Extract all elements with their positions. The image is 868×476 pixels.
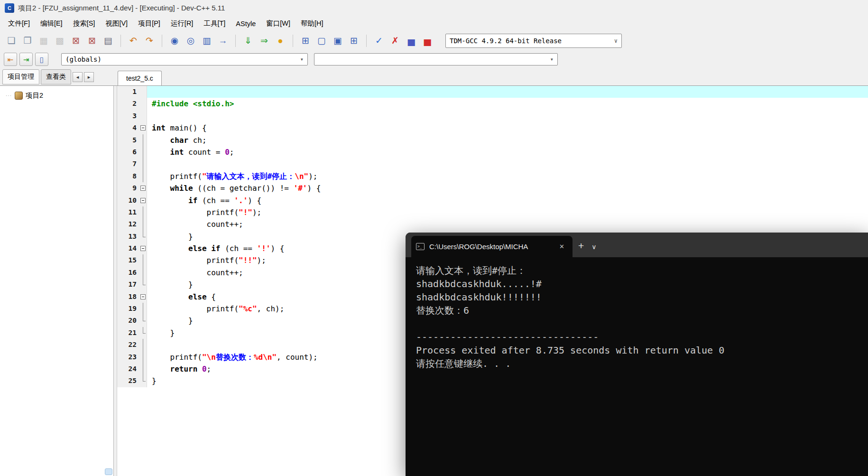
- line-number[interactable]: 16: [117, 267, 139, 279]
- editor-tab-test2_5[interactable]: test2_5.c: [118, 71, 162, 85]
- menu-item[interactable]: 帮助[H]: [295, 17, 329, 30]
- code-text[interactable]: while ((ch = getchar()) != '#') {: [147, 182, 868, 194]
- line-number[interactable]: 25: [117, 375, 139, 387]
- code-text[interactable]: [147, 86, 868, 98]
- console-menu-button[interactable]: ∨: [591, 243, 596, 251]
- line-number[interactable]: 6: [117, 146, 139, 158]
- tab-scroll-left-button[interactable]: ◂: [73, 72, 83, 82]
- line-number[interactable]: 12: [117, 218, 139, 230]
- menu-item[interactable]: 文件[F]: [3, 17, 35, 30]
- open-file-button[interactable]: ❐: [20, 33, 35, 48]
- menu-item[interactable]: 搜索[S]: [68, 17, 101, 30]
- console-new-tab-button[interactable]: +: [578, 240, 584, 252]
- line-number[interactable]: 11: [117, 206, 139, 218]
- code-text[interactable]: if (ch == '.') {: [147, 195, 868, 206]
- console-window[interactable]: >_ C:\Users\ROG\Desktop\MICHA ✕ + ∨ 请输入文…: [406, 233, 868, 476]
- menu-item[interactable]: 工具[T]: [198, 17, 231, 30]
- line-number[interactable]: 8: [117, 170, 139, 182]
- goto-declaration-button[interactable]: ⇤: [4, 53, 17, 66]
- fold-start-marker[interactable]: [139, 122, 147, 134]
- line-number[interactable]: 20: [117, 315, 139, 327]
- new-file-button[interactable]: ❏: [4, 33, 19, 48]
- line-number[interactable]: 14: [117, 243, 139, 254]
- line-number[interactable]: 4: [117, 122, 139, 134]
- panel-tab-project-manager[interactable]: 项目管理: [2, 69, 39, 84]
- cascade-windows-button[interactable]: ⊞: [298, 33, 313, 48]
- window-titlebar[interactable]: C 项目2 - [FZU_assignment_11_4.dev] - [Exe…: [0, 0, 868, 16]
- tile-vertical-button[interactable]: ▣: [330, 33, 345, 48]
- globals-combo[interactable]: (globals) ▾: [61, 53, 308, 65]
- line-number[interactable]: 15: [117, 254, 139, 266]
- goto-implementation-button[interactable]: ⇥: [19, 53, 33, 66]
- sidebar-scroll-thumb[interactable]: [105, 468, 112, 475]
- line-number[interactable]: 13: [117, 231, 139, 243]
- console-tab[interactable]: >_ C:\Users\ROG\Desktop\MICHA ✕: [411, 236, 573, 257]
- find-button[interactable]: ◉: [167, 33, 182, 48]
- code-text[interactable]: printf("!");: [147, 206, 868, 218]
- code-text[interactable]: [147, 110, 868, 122]
- code-text[interactable]: [147, 158, 868, 170]
- panel-tab-class-view[interactable]: 查看类: [41, 69, 71, 84]
- line-number[interactable]: 2: [117, 98, 139, 110]
- code-line: 4int main() {: [117, 122, 868, 134]
- code-text[interactable]: int main() {: [147, 122, 868, 134]
- fold-start-marker[interactable]: [139, 195, 147, 206]
- code-line: 8 printf("请输入文本，读到#停止：\n");: [117, 170, 868, 182]
- menu-item[interactable]: 项目[P]: [133, 17, 166, 30]
- abort-compile-button[interactable]: ✗: [388, 33, 403, 48]
- fold-start-marker[interactable]: [139, 243, 147, 254]
- line-number[interactable]: 18: [117, 291, 139, 303]
- save-all-button[interactable]: ▩: [52, 33, 67, 48]
- menu-item[interactable]: 编辑[E]: [35, 17, 68, 30]
- line-number[interactable]: 17: [117, 279, 139, 290]
- console-titlebar[interactable]: >_ C:\Users\ROG\Desktop\MICHA ✕ + ∨: [406, 233, 868, 257]
- line-number[interactable]: 23: [117, 351, 139, 363]
- compile-button[interactable]: ⇓: [240, 33, 256, 48]
- tab-scroll-right-button[interactable]: ▸: [84, 72, 94, 82]
- menu-item[interactable]: 运行[R]: [166, 17, 199, 30]
- print-button[interactable]: ▤: [101, 33, 116, 48]
- line-number[interactable]: 19: [117, 303, 139, 315]
- syntax-check-button[interactable]: ✓: [371, 33, 387, 48]
- code-text[interactable]: count++;: [147, 218, 868, 230]
- left-arrow-icon: ◂: [76, 74, 79, 80]
- line-number[interactable]: 9: [117, 182, 139, 194]
- run-button[interactable]: ⇒: [257, 33, 272, 48]
- arrange-windows-button[interactable]: ⊞: [346, 33, 361, 48]
- tile-horizontal-button[interactable]: ▢: [314, 33, 329, 48]
- line-number[interactable]: 22: [117, 339, 139, 351]
- redo-button[interactable]: ↷: [142, 33, 157, 48]
- profile-button[interactable]: ▅: [404, 33, 419, 48]
- fold-start-marker[interactable]: [139, 291, 147, 303]
- line-number[interactable]: 7: [117, 158, 139, 170]
- compiler-select[interactable]: TDM-GCC 4.9.2 64-bit Release ∨: [445, 34, 622, 48]
- undo-button[interactable]: ↶: [126, 33, 141, 48]
- members-combo[interactable]: ▾: [314, 53, 558, 65]
- compile-run-button[interactable]: ●: [273, 33, 288, 48]
- project-tree-item[interactable]: ··· 项目2: [0, 86, 113, 100]
- line-number[interactable]: 3: [117, 110, 139, 122]
- code-text[interactable]: int count = 0;: [147, 146, 868, 158]
- code-text[interactable]: char ch;: [147, 134, 868, 146]
- code-text[interactable]: printf("请输入文本，读到#停止：\n");: [147, 170, 868, 182]
- close-all-button[interactable]: ⊠: [84, 33, 100, 48]
- menu-item[interactable]: 窗口[W]: [261, 17, 295, 30]
- line-number[interactable]: 10: [117, 195, 139, 206]
- panel-splitter[interactable]: [114, 86, 117, 476]
- line-number[interactable]: 1: [117, 86, 139, 98]
- close-file-button[interactable]: ⊠: [68, 33, 83, 48]
- save-button[interactable]: ▦: [36, 33, 51, 48]
- line-number[interactable]: 5: [117, 134, 139, 146]
- console-tab-close-button[interactable]: ✕: [556, 242, 568, 252]
- line-number[interactable]: 24: [117, 363, 139, 375]
- goto-line-button[interactable]: →: [215, 33, 231, 48]
- class-browser-button[interactable]: ▯: [35, 53, 48, 66]
- line-number[interactable]: 21: [117, 327, 139, 339]
- fold-start-marker[interactable]: [139, 182, 147, 194]
- replace-button[interactable]: ▥: [199, 33, 214, 48]
- menu-item[interactable]: 视图[V]: [100, 17, 133, 30]
- delete-profiling-button[interactable]: ▅: [420, 33, 435, 48]
- find-in-files-button[interactable]: ◎: [183, 33, 198, 48]
- menu-item[interactable]: AStyle: [231, 18, 261, 29]
- code-text[interactable]: #include <stdio.h>: [147, 98, 868, 110]
